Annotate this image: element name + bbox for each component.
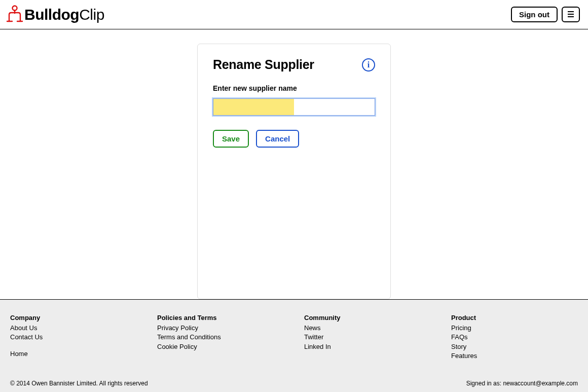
rename-supplier-card: Rename Supplier i Enter new supplier nam… xyxy=(197,44,391,299)
footer-heading: Community xyxy=(304,314,431,322)
footer-link-linkedin[interactable]: Linked In xyxy=(304,342,431,351)
card-title: Rename Supplier xyxy=(213,57,314,72)
footer-bottom: © 2014 Owen Bannister Limited. All right… xyxy=(10,380,578,389)
brand-logo[interactable]: BulldogClip xyxy=(6,5,104,24)
header-actions: Sign out xyxy=(511,7,580,22)
footer-link-cookie[interactable]: Cookie Policy xyxy=(157,342,284,351)
footer-link-about[interactable]: About Us xyxy=(10,324,137,333)
footer-link-features[interactable]: Features xyxy=(451,351,578,361)
bulldog-clip-icon xyxy=(6,5,23,24)
brand-text: BulldogClip xyxy=(24,7,104,22)
footer-link-contact[interactable]: Contact Us xyxy=(10,333,137,342)
copyright: © 2014 Owen Bannister Limited. All right… xyxy=(10,380,148,387)
menu-button[interactable] xyxy=(562,7,580,22)
footer-link-story[interactable]: Story xyxy=(451,342,578,351)
action-row: Save Cancel xyxy=(213,130,375,148)
footer-heading: Product xyxy=(451,314,578,322)
cancel-button[interactable]: Cancel xyxy=(256,130,299,148)
svg-point-0 xyxy=(13,6,17,11)
footer-col-product: Product Pricing FAQs Story Features xyxy=(451,314,578,361)
sign-out-button[interactable]: Sign out xyxy=(511,7,558,22)
hamburger-icon xyxy=(567,10,574,19)
footer-link-terms[interactable]: Terms and Conditions xyxy=(157,333,284,342)
header-bar: BulldogClip Sign out xyxy=(0,0,588,29)
info-icon[interactable]: i xyxy=(362,58,375,72)
supplier-name-input[interactable] xyxy=(213,98,375,116)
footer-link-news[interactable]: News xyxy=(304,324,431,333)
footer-col-community: Community News Twitter Linked In xyxy=(304,314,431,361)
footer-link-home[interactable]: Home xyxy=(10,349,137,359)
supplier-name-label: Enter new supplier name xyxy=(213,84,375,92)
signed-in-as: Signed in as: newaccount@example.com xyxy=(466,380,578,387)
main-content: Rename Supplier i Enter new supplier nam… xyxy=(0,29,588,299)
footer-heading: Policies and Terms xyxy=(157,314,284,322)
footer-link-twitter[interactable]: Twitter xyxy=(304,333,431,342)
footer-col-policies: Policies and Terms Privacy Policy Terms … xyxy=(157,314,284,361)
footer-link-faqs[interactable]: FAQs xyxy=(451,333,578,342)
footer-col-company: Company About Us Contact Us Home xyxy=(10,314,137,361)
save-button[interactable]: Save xyxy=(213,130,249,148)
footer-columns: Company About Us Contact Us Home Policie… xyxy=(10,314,578,361)
card-header: Rename Supplier i xyxy=(213,57,375,72)
footer-heading: Company xyxy=(10,314,137,322)
footer-link-privacy[interactable]: Privacy Policy xyxy=(157,324,284,333)
footer: Company About Us Contact Us Home Policie… xyxy=(0,299,588,392)
footer-link-pricing[interactable]: Pricing xyxy=(451,324,578,333)
